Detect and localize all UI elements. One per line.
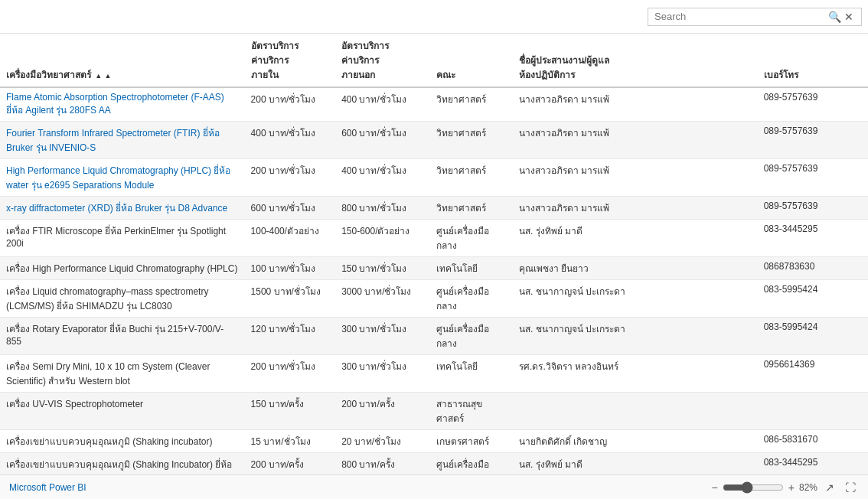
cell-faculty: ศูนย์เครื่องมือกลาง <box>430 318 513 355</box>
search-box: 🔍 ✕ <box>648 8 862 26</box>
cell-equipment-name[interactable]: Fourier Transform Infrared Spectrometer … <box>0 122 245 159</box>
cell-rate-out: 400 บาท/ชั่วโมง <box>335 87 430 122</box>
col-header-rate-in[interactable]: อัตราบริการค่าบริการภายใน <box>245 34 336 87</box>
cell-phone <box>758 393 868 430</box>
cell-phone: 089-5757639 <box>758 159 868 197</box>
col-header-faculty[interactable]: คณะ <box>430 34 513 87</box>
cell-rate-out: 600 บาท/ชั่วโมง <box>335 122 430 159</box>
cell-rate-out: 300 บาท/ชั่วโมง <box>335 318 430 355</box>
cell-contact: นางสาวอภิรดา มารแพ้ <box>513 122 758 159</box>
search-icon-button[interactable]: 🔍 <box>827 11 843 23</box>
cell-contact: นส. รุ่งทิพย์ มาดี <box>513 453 758 475</box>
cell-equipment-name: เครื่อง FTIR Microscope ยี่ห้อ PerkinElm… <box>0 220 245 257</box>
cell-contact: นส. ชนากาญจน์ ปะเกระดา <box>513 318 758 355</box>
cell-rate-in: 200 บาท/ชั่วโมง <box>245 87 336 122</box>
cell-contact: นายกิตติศักดิ์ เกิดชาญ <box>513 430 758 453</box>
table-row: x-ray diffractometer (XRD) ยี่ห้อ Bruker… <box>0 197 868 220</box>
search-icon: 🔍 <box>828 11 841 23</box>
cell-phone: 0956614369 <box>758 355 868 393</box>
table-row: High Performance Liquid Chromatography (… <box>0 159 868 197</box>
cell-rate-in: 100-400/ตัวอย่าง <box>245 220 336 257</box>
cell-equipment-name: เครื่องเขย่าแบบควบคุมอุณหภูมิ (Shaking i… <box>0 430 245 453</box>
cell-faculty: ศูนย์เครื่องมือกลาง <box>430 220 513 257</box>
col-header-name[interactable]: เครื่องมือวิทยาศาสตร์ ▲ <box>0 34 245 87</box>
cell-rate-in: 150 บาท/ครั้ง <box>245 393 336 430</box>
cell-contact: นางสาวอภิรดา มารแพ้ <box>513 159 758 197</box>
search-input[interactable] <box>654 11 827 22</box>
cell-faculty: วิทยาศาสตร์ <box>430 87 513 122</box>
clear-search-button[interactable]: ✕ <box>843 11 855 23</box>
cell-phone: 086-5831670 <box>758 430 868 453</box>
cell-faculty: วิทยาศาสตร์ <box>430 122 513 159</box>
cell-rate-out: 20 บาท/ชั่วโมง <box>335 430 430 453</box>
zoom-value: 82% <box>799 482 817 493</box>
cell-rate-out: 3000 บาท/ชั่วโมง <box>335 280 430 318</box>
table-body: Flame Atomic Absorption Spectrophotomete… <box>0 87 868 475</box>
cell-contact: นางสาวอภิรดา มารแพ้ <box>513 197 758 220</box>
table-row: Fourier Transform Infrared Spectrometer … <box>0 122 868 159</box>
cell-phone: 089-5757639 <box>758 87 868 122</box>
table-row: เครื่อง Liquid chromatography–mass spect… <box>0 280 868 318</box>
table-row: Flame Atomic Absorption Spectrophotomete… <box>0 87 868 122</box>
cell-rate-in: 200 บาท/ชั่วโมง <box>245 159 336 197</box>
cell-rate-in: 200 บาท/ชั่วโมง <box>245 355 336 393</box>
cell-faculty: เทคโนโลยี <box>430 257 513 280</box>
table-header-row: เครื่องมือวิทยาศาสตร์ ▲ อัตราบริการค่าบร… <box>0 34 868 87</box>
cell-rate-out: 800 บาท/ครั้ง <box>335 453 430 475</box>
cell-faculty: เทคโนโลยี <box>430 355 513 393</box>
cell-rate-in: 200 บาท/ครั้ง <box>245 453 336 475</box>
cell-equipment-name: เครื่อง High Performance Liquid Chromato… <box>0 257 245 280</box>
table-row: เครื่อง Rotary Evaporator ยี่ห้อ Buchi ร… <box>0 318 868 355</box>
equipment-table: เครื่องมือวิทยาศาสตร์ ▲ อัตราบริการค่าบร… <box>0 34 868 475</box>
cell-rate-in: 400 บาท/ชั่วโมง <box>245 122 336 159</box>
zoom-controls: − + 82% <box>710 481 817 494</box>
cell-contact: นางสาวอภิรดา มารแพ้ <box>513 87 758 122</box>
cell-equipment-name: เครื่อง UV-VIS Spectrophotometer <box>0 393 245 430</box>
zoom-out-button[interactable]: − <box>710 481 720 494</box>
cell-contact: รศ.ดร.วิจิตรา หลวงอินทร์ <box>513 355 758 393</box>
table-container: เครื่องมือวิทยาศาสตร์ ▲ อัตราบริการค่าบร… <box>0 34 868 475</box>
cell-faculty: วิทยาศาสตร์ <box>430 197 513 220</box>
cell-equipment-name: เครื่อง Rotary Evaporator ยี่ห้อ Buchi ร… <box>0 318 245 355</box>
table-row: เครื่อง UV-VIS Spectrophotometer150 บาท/… <box>0 393 868 430</box>
fullscreen-button[interactable]: ⛶ <box>842 480 859 495</box>
cell-faculty: ศูนย์เครื่องมือกลาง <box>430 280 513 318</box>
cell-phone: 083-5995424 <box>758 280 868 318</box>
cell-rate-in: 1500 บาท/ชั่วโมง <box>245 280 336 318</box>
zoom-in-button[interactable]: + <box>787 481 796 494</box>
bottom-bar: Microsoft Power BI − + 82% ↗ ⛶ <box>0 475 868 499</box>
col-header-phone[interactable]: เบอร์โทร <box>758 34 868 87</box>
cell-rate-out: 400 บาท/ชั่วโมง <box>335 159 430 197</box>
table-row: เครื่องเขย่าแบบควบคุมอุณหภูมิ (Shaking I… <box>0 453 868 475</box>
top-bar: 🔍 ✕ <box>0 0 868 34</box>
fullscreen-icon: ⛶ <box>845 481 856 494</box>
cell-phone: 083-3445295 <box>758 453 868 475</box>
cell-contact: คุณเพชงา ยืนยาว <box>513 257 758 280</box>
cell-faculty: เกษตรศาสตร์ <box>430 430 513 453</box>
cell-phone: 083-5995424 <box>758 318 868 355</box>
cell-faculty: ศูนย์เครื่องมือกลาง <box>430 453 513 475</box>
table-row: เครื่องเขย่าแบบควบคุมอุณหภูมิ (Shaking i… <box>0 430 868 453</box>
cell-rate-out: 150-600/ตัวอย่าง <box>335 220 430 257</box>
cell-equipment-name[interactable]: x-ray diffractometer (XRD) ยี่ห้อ Bruker… <box>0 197 245 220</box>
cell-equipment-name: เครื่องเขย่าแบบควบคุมอุณหภูมิ (Shaking I… <box>0 453 245 475</box>
col-header-contact[interactable]: ชื่อผู้ประสานงาน/ผู้ดูแลห้องปฏิบัติการ <box>513 34 758 87</box>
cell-rate-out: 150 บาท/ชั่วโมง <box>335 257 430 280</box>
powerbi-link[interactable]: Microsoft Power BI <box>9 482 86 493</box>
table-row: เครื่อง FTIR Microscope ยี่ห้อ PerkinElm… <box>0 220 868 257</box>
share-button[interactable]: ↗ <box>822 480 837 495</box>
zoom-slider[interactable] <box>723 481 784 494</box>
cell-faculty: วิทยาศาสตร์ <box>430 159 513 197</box>
table-row: เครื่อง Semi Dry Mini, 10 x 10 cm System… <box>0 355 868 393</box>
cell-phone: 089-5757639 <box>758 197 868 220</box>
cell-rate-out: 800 บาท/ชั่วโมง <box>335 197 430 220</box>
cell-equipment-name[interactable]: High Performance Liquid Chromatography (… <box>0 159 245 197</box>
sort-arrow: ▲ <box>95 72 102 80</box>
cell-rate-in: 120 บาท/ชั่วโมง <box>245 318 336 355</box>
cell-rate-in: 100 บาท/ชั่วโมง <box>245 257 336 280</box>
cell-equipment-name[interactable]: Flame Atomic Absorption Spectrophotomete… <box>0 87 245 122</box>
close-icon: ✕ <box>844 11 853 23</box>
col-header-rate-out[interactable]: อัตราบริการค่าบริการภายนอก <box>335 34 430 87</box>
cell-equipment-name: เครื่อง Semi Dry Mini, 10 x 10 cm System… <box>0 355 245 393</box>
cell-phone: 089-5757639 <box>758 122 868 159</box>
